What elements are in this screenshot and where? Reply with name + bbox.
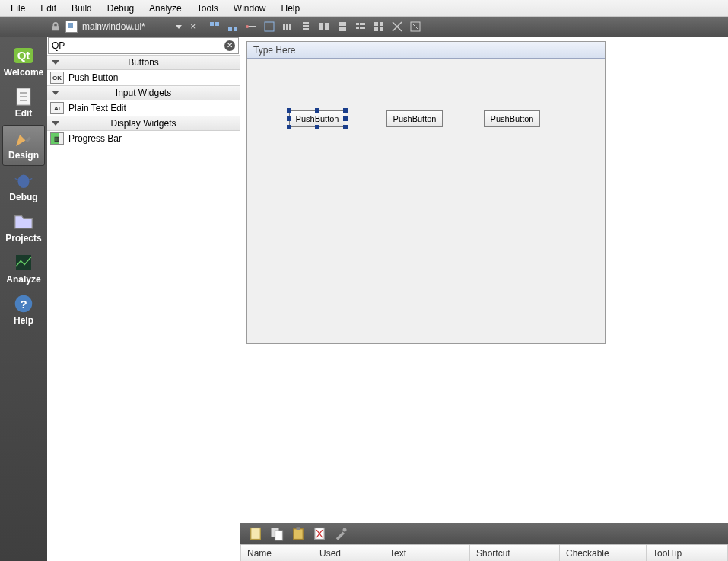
mode-projects[interactable]: Projects — [2, 209, 45, 248]
svg-rect-12 — [319, 23, 323, 30]
configure-icon[interactable] — [333, 526, 348, 541]
form-pushbutton-2[interactable]: PushButton — [386, 110, 443, 127]
menu-analyze[interactable]: Analyze — [141, 2, 189, 15]
widget-item-label: Progress Bar — [68, 133, 122, 144]
mode-label: Help — [14, 315, 33, 326]
svg-rect-34 — [16, 255, 31, 270]
svg-rect-10 — [303, 25, 309, 27]
svg-rect-20 — [374, 22, 378, 26]
category-label: Display Widgets — [110, 118, 176, 129]
svg-rect-16 — [356, 23, 359, 25]
selection-handle[interactable] — [315, 125, 319, 129]
menu-edit[interactable]: Edit — [33, 2, 64, 15]
selection-handle[interactable] — [287, 116, 291, 121]
layout-grid-icon[interactable] — [372, 20, 386, 33]
menu-tools[interactable]: Tools — [189, 2, 226, 15]
edit-widgets-icon[interactable] — [208, 20, 221, 33]
selection-handle[interactable] — [315, 108, 319, 113]
widget-item-progressbar[interactable]: ▥ Progress Bar — [47, 131, 240, 146]
clear-filter-icon[interactable]: ✕ — [224, 40, 235, 51]
col-shortcut[interactable]: Shortcut — [470, 545, 560, 561]
widget-filter-input[interactable] — [52, 40, 224, 51]
menu-window[interactable]: Window — [226, 2, 274, 15]
menu-help[interactable]: Help — [274, 2, 308, 15]
menu-debug[interactable]: Debug — [100, 2, 141, 15]
main-area: Qt Welcome Edit Design Debug Projects An… — [0, 37, 728, 561]
new-action-icon[interactable] — [248, 526, 263, 541]
design-icon — [12, 129, 35, 148]
svg-rect-6 — [283, 24, 285, 30]
selection-handle[interactable] — [343, 108, 348, 113]
col-name[interactable]: Name — [240, 545, 313, 561]
menu-file[interactable]: File — [3, 2, 33, 15]
mode-help[interactable]: ? Help — [2, 291, 45, 330]
col-text[interactable]: Text — [383, 545, 470, 561]
copy-action-icon[interactable] — [269, 526, 285, 541]
form-pushbutton-3[interactable]: PushButton — [484, 110, 540, 127]
category-display-widgets[interactable]: Display Widgets — [47, 116, 240, 131]
edit-buddies-icon[interactable] — [244, 20, 258, 33]
category-input-widgets[interactable]: Input Widgets — [47, 85, 240, 100]
tab-dropdown-icon[interactable] — [176, 25, 182, 29]
selection-handle[interactable] — [343, 125, 348, 129]
widget-item-plaintextedit[interactable]: AI Plain Text Edit — [47, 100, 240, 116]
layout-hsplitter-icon[interactable] — [317, 20, 331, 33]
col-tooltip[interactable]: ToolTip — [647, 545, 728, 561]
svg-point-4 — [246, 25, 249, 28]
document-tab-label[interactable]: mainwindow.ui* — [82, 21, 176, 32]
col-checkable[interactable]: Checkable — [560, 545, 647, 561]
mode-label: Debug — [9, 192, 37, 202]
edit-taborder-icon[interactable] — [262, 20, 276, 33]
layout-form-icon[interactable] — [354, 20, 367, 33]
mode-bar: Qt Welcome Edit Design Debug Projects An… — [0, 37, 47, 561]
svg-rect-3 — [234, 27, 237, 31]
svg-rect-13 — [325, 23, 329, 30]
svg-point-43 — [343, 528, 347, 532]
col-used[interactable]: Used — [313, 545, 383, 561]
mode-label: Edit — [15, 108, 33, 119]
menu-build[interactable]: Build — [64, 2, 100, 15]
mode-edit[interactable]: Edit — [2, 84, 45, 123]
layout-horizontal-icon[interactable] — [281, 20, 294, 33]
break-layout-icon[interactable] — [390, 20, 404, 33]
adjust-size-icon[interactable] — [409, 20, 422, 33]
svg-rect-23 — [380, 27, 383, 31]
tab-close-button[interactable]: × — [188, 21, 199, 32]
svg-rect-18 — [356, 27, 359, 29]
mode-label: Welcome — [4, 67, 43, 78]
layout-vsplitter-icon[interactable] — [335, 20, 349, 33]
edit-signals-icon[interactable] — [226, 20, 240, 33]
svg-rect-5 — [265, 22, 274, 31]
menubar-placeholder[interactable]: Type Here — [247, 42, 605, 59]
svg-rect-8 — [289, 24, 291, 30]
mode-analyze[interactable]: Analyze — [2, 250, 45, 289]
widget-filter-field[interactable]: ✕ — [48, 37, 239, 54]
form-body[interactable]: PushButtonPushButtonPushButton — [247, 59, 605, 343]
svg-rect-17 — [360, 23, 365, 25]
selection-handle[interactable] — [287, 125, 291, 129]
svg-point-31 — [18, 175, 30, 189]
designer-toolbar — [208, 20, 422, 33]
ui-file-icon — [65, 21, 78, 33]
qt-logo-icon: Qt — [12, 46, 35, 65]
menu-bar: File Edit Build Debug Analyze Tools Wind… — [0, 0, 728, 17]
widget-box-panel: ✕ Buttons OK Push Button Input Widgets A… — [47, 37, 240, 561]
selection-handle[interactable] — [343, 116, 348, 121]
mode-design[interactable]: Design — [2, 125, 45, 166]
form-canvas-area[interactable]: Type Here PushButtonPushButtonPushButton — [240, 37, 728, 523]
mode-debug[interactable]: Debug — [2, 167, 45, 207]
svg-rect-11 — [303, 28, 309, 30]
layout-vertical-icon[interactable] — [299, 20, 313, 33]
widget-item-label: Plain Text Edit — [68, 103, 126, 113]
category-label: Input Widgets — [116, 88, 171, 98]
svg-rect-39 — [275, 531, 283, 540]
paste-action-icon[interactable] — [291, 526, 306, 541]
main-window-form[interactable]: Type Here PushButtonPushButtonPushButton — [246, 41, 606, 344]
widget-item-pushbutton[interactable]: OK Push Button — [47, 70, 240, 85]
mode-welcome[interactable]: Qt Welcome — [2, 43, 45, 82]
document-icon — [12, 87, 35, 107]
category-buttons[interactable]: Buttons — [47, 55, 240, 70]
folder-icon — [12, 212, 35, 231]
delete-action-icon[interactable] — [312, 526, 327, 541]
selection-handle[interactable] — [287, 108, 291, 113]
